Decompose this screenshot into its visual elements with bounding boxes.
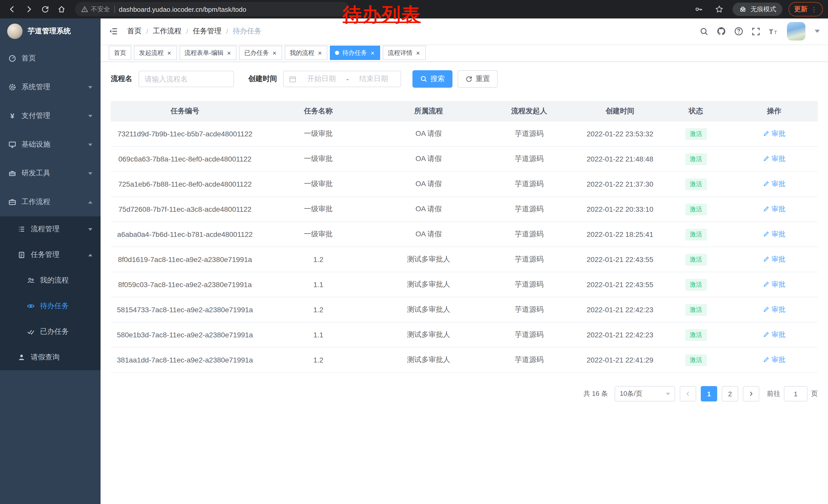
omnibox-divider [114, 6, 115, 13]
chevron-up-icon [88, 201, 92, 203]
cell-actions: 审批 [731, 330, 818, 340]
approve-link[interactable]: 审批 [763, 230, 785, 239]
tab-close-icon[interactable]: × [272, 49, 277, 56]
github-button[interactable] [717, 27, 726, 36]
tab-label: 流程表单-编辑 [184, 48, 223, 57]
tab-close-icon[interactable]: × [318, 49, 322, 56]
back-button[interactable] [5, 2, 19, 16]
approve-link[interactable]: 审批 [763, 280, 785, 289]
avatar-caret-icon[interactable] [815, 30, 820, 33]
incognito-label: 无痕模式 [750, 5, 776, 13]
tab-form-edit[interactable]: 流程表单-编辑 × [179, 46, 237, 60]
tab-close-icon[interactable]: × [226, 49, 232, 56]
sidebar-item-task-mgmt[interactable]: 任务管理 [0, 242, 100, 268]
pen-icon [763, 231, 770, 238]
start-date-placeholder[interactable]: 开始日期 [300, 74, 343, 84]
approve-link[interactable]: 审批 [763, 129, 785, 138]
approve-link[interactable]: 审批 [763, 255, 785, 264]
sidebar-logo[interactable]: 芋道管理系统 [0, 18, 100, 44]
sidebar-item-done-tasks[interactable]: 已办任务 [0, 319, 100, 345]
chevron-left-icon [685, 391, 691, 397]
sidebar-item-devtools[interactable]: 研发工具 [0, 159, 100, 188]
end-date-placeholder[interactable]: 结束日期 [352, 74, 396, 84]
font-size-button[interactable]: TT [769, 27, 779, 36]
forward-button[interactable] [22, 2, 36, 16]
task-icon [17, 251, 26, 259]
sidebar-item-workflow[interactable]: 工作流程 [0, 188, 100, 216]
approve-link-label: 审批 [772, 280, 785, 289]
user-avatar[interactable] [787, 22, 805, 41]
pen-icon [763, 181, 770, 187]
goto-page-input[interactable] [784, 386, 808, 402]
sidebar-item-payment[interactable]: ¥ 支付管理 [0, 101, 100, 130]
approve-link[interactable]: 审批 [763, 330, 785, 339]
cell-actions: 审批 [731, 204, 818, 214]
tab-done-tasks[interactable]: 已办任务 × [239, 46, 282, 60]
sidebar-item-infra[interactable]: 基础设施 [0, 130, 100, 159]
bookmark-star-button[interactable] [712, 2, 727, 16]
tab-close-icon[interactable]: × [167, 49, 172, 56]
tab-start-process[interactable]: 发起流程 × [134, 46, 177, 60]
chevron-down-icon [88, 114, 92, 117]
fullscreen-button[interactable] [752, 27, 760, 36]
sidebar-item-system[interactable]: 系统管理 [0, 73, 100, 101]
home-icon [57, 5, 66, 13]
page-size-select[interactable]: 10条/页 [615, 386, 675, 402]
approve-link[interactable]: 审批 [763, 204, 785, 214]
cell-created: 2022-01-22 20:33:10 [579, 205, 661, 213]
approve-link[interactable]: 审批 [763, 305, 785, 314]
sidebar-item-my-process[interactable]: 我的流程 [0, 268, 100, 293]
cell-process: 测试多审批人 [378, 280, 480, 289]
sidebar-collapse-button[interactable] [109, 27, 118, 36]
prev-page-button[interactable] [680, 386, 696, 402]
search-button[interactable]: 搜索 [412, 70, 452, 88]
tab-my-process[interactable]: 我的流程 × [285, 46, 328, 60]
github-icon [717, 27, 726, 36]
pagination-total: 共 16 条 [584, 389, 608, 398]
next-page-button[interactable] [743, 386, 759, 402]
app-root: 芋道管理系统 首页 系统管理 ¥ 支付管理 基础设施 [0, 18, 828, 504]
address-bar[interactable]: 不安全 dashboard.yudao.iocoder.cn/bpm/task/… [75, 2, 350, 16]
eye-icon [27, 302, 35, 310]
approve-link[interactable]: 审批 [763, 154, 785, 164]
approve-link[interactable]: 审批 [763, 355, 785, 365]
tab-process-detail[interactable]: 流程详情 × [383, 46, 425, 60]
pen-icon [763, 131, 770, 137]
tab-label: 发起流程 [139, 48, 164, 57]
chrome-update-menu-button[interactable]: 更新 ⋮ [788, 2, 823, 16]
approve-link[interactable]: 审批 [763, 179, 785, 189]
cell-task-id: 73211d9d-7b9b-11ec-b5b7-acde48001122 [111, 130, 259, 138]
reload-button[interactable] [38, 2, 52, 16]
date-range-picker[interactable]: 开始日期 - 结束日期 [283, 71, 401, 87]
cell-status: 激活 [661, 329, 731, 341]
password-key-button[interactable] [692, 2, 706, 16]
breadcrumb-task-mgmt[interactable]: 任务管理 [193, 27, 222, 36]
page-button-2[interactable]: 2 [722, 386, 738, 402]
cell-actions: 审批 [731, 280, 818, 289]
header-search-button[interactable] [700, 27, 708, 36]
sidebar-item-todo-tasks[interactable]: 待办任务 [0, 293, 100, 319]
home-button[interactable] [54, 2, 69, 16]
tab-todo-tasks[interactable]: 待办任务 × [330, 46, 380, 60]
page-button-1[interactable]: 1 [701, 386, 717, 402]
sidebar-item-leave-query[interactable]: 请假查询 [0, 345, 100, 370]
pen-icon [763, 206, 770, 213]
cell-process: OA 请假 [378, 179, 480, 189]
tab-close-icon[interactable]: × [416, 49, 420, 56]
infra-icon [8, 140, 16, 149]
breadcrumb-home[interactable]: 首页 [127, 27, 141, 36]
process-name-input[interactable] [138, 71, 234, 87]
sidebar-item-process-mgmt[interactable]: 流程管理 [0, 216, 100, 242]
cell-starter: 芋道源码 [480, 355, 579, 365]
sidebar-item-home[interactable]: 首页 [0, 44, 100, 73]
cell-starter: 芋道源码 [480, 230, 579, 239]
table-row: 8f059c03-7ac8-11ec-a9e2-a2380e71991a 1.1… [111, 272, 818, 297]
cell-task-name: 1.2 [259, 356, 378, 364]
tab-home[interactable]: 首页 [109, 46, 131, 60]
cell-task-name: 一级审批 [259, 179, 378, 189]
not-secure-group[interactable]: 不安全 [81, 5, 110, 13]
reset-button[interactable]: 重置 [458, 70, 498, 88]
docs-help-button[interactable] [734, 27, 743, 36]
breadcrumb-workflow[interactable]: 工作流程 [153, 27, 181, 36]
tab-close-icon[interactable]: × [370, 49, 375, 56]
